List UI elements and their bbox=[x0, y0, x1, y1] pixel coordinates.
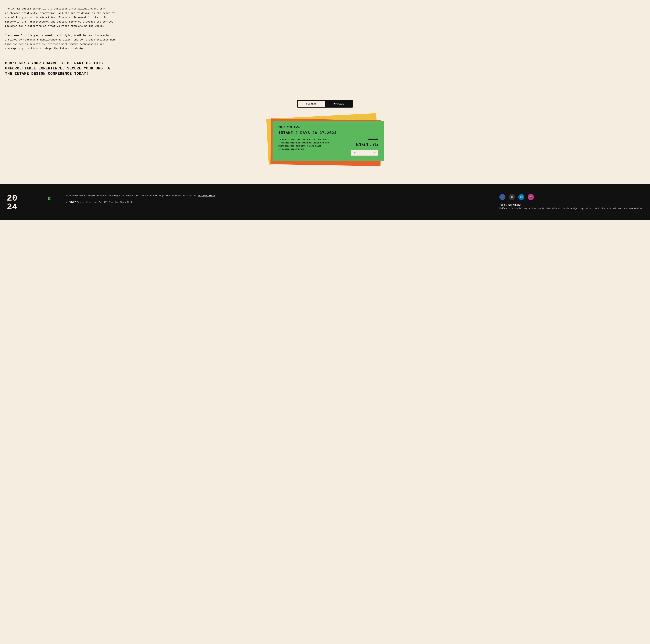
year-24: 24 bbox=[7, 203, 17, 211]
chevron-down-icon: ▽ bbox=[374, 152, 375, 154]
x-icon[interactable]: ✕ bbox=[509, 194, 515, 200]
card-price-sale: €164.75 bbox=[356, 142, 378, 148]
theme-paragraph: The theme for this year's summit is Brid… bbox=[5, 34, 117, 51]
ticket-section: REGULAR UPGRADE EARLY BIRD PASS INTAKE 2… bbox=[0, 100, 650, 184]
footer-right: f ✕ in 📷 Tag us #INTAKE2024. Follow us o… bbox=[499, 194, 643, 210]
brand-name: INTAKE Design bbox=[11, 7, 31, 10]
quantity-select[interactable]: 0 ▽ bbox=[351, 150, 378, 156]
footer-social-icons: f ✕ in 📷 bbox=[499, 194, 643, 200]
ticket-toggle-bar: REGULAR UPGRADE bbox=[297, 100, 353, 108]
footer-middle: Have questions or inquiries about the de… bbox=[66, 194, 489, 204]
card-body-row: INCLUDE 2-DAYS PASS TO ALL FESTIVAL AREA… bbox=[279, 138, 378, 156]
card-stack: EARLY BIRD PASS INTAKE 2 DAYS|26-27,2024… bbox=[267, 116, 383, 170]
card-label: EARLY BIRD PASS bbox=[279, 126, 378, 129]
footer-brand: INTAKE bbox=[68, 201, 76, 204]
intro-paragraph-1: The INTAKE Design Summit is a prestigiou… bbox=[5, 7, 117, 29]
toggle-regular-button[interactable]: REGULAR bbox=[297, 101, 325, 107]
intro-text-before-brand: The bbox=[5, 7, 11, 10]
card-price-original: €200.75 bbox=[368, 138, 378, 141]
footer-copyright: © INTAKE Design Conference For All Creat… bbox=[66, 201, 489, 204]
main-content: The INTAKE Design Summit is a prestigiou… bbox=[0, 0, 122, 100]
footer-year: 2024 bbox=[7, 194, 37, 211]
cta-heading: DON'T MISS YOUR CHANCE TO BE PART OF THI… bbox=[5, 61, 117, 76]
footer-social-text: Tag us #INTAKE2024. Follow us on social … bbox=[499, 203, 643, 210]
footer-contact-text: Have questions or inquiries about the de… bbox=[66, 194, 489, 197]
quantity-value: 0 bbox=[354, 151, 356, 154]
linkedin-icon[interactable]: in bbox=[518, 194, 525, 200]
social-tag: Tag us #INTAKE2024. bbox=[499, 204, 522, 206]
facebook-icon[interactable]: f bbox=[499, 194, 505, 200]
year-20: 20 bbox=[7, 194, 17, 203]
footer-follow-text: Follow us on social media; keep up to da… bbox=[499, 207, 643, 210]
card-title: INTAKE 2 DAYS|26-27,2024 bbox=[279, 131, 378, 135]
footer-logo-k: ᴋ bbox=[47, 194, 56, 202]
ticket-card: EARLY BIRD PASS INTAKE 2 DAYS|26-27,2024… bbox=[273, 121, 384, 161]
toggle-upgrade-button[interactable]: UPGRADE bbox=[325, 101, 353, 107]
intro-text-after-brand: Summit is a prestigious international ev… bbox=[5, 7, 115, 28]
instagram-icon[interactable]: 📷 bbox=[528, 194, 534, 200]
footer-email-link[interactable]: hello@intakeio bbox=[198, 195, 215, 197]
card-price-area: €200.75 €164.75 0 ▽ bbox=[351, 138, 378, 156]
card-description: INCLUDE 2-DAYS PASS TO ALL FESTIVAL AREA… bbox=[279, 138, 329, 151]
footer: 2024 ᴋ Have questions or inquiries about… bbox=[0, 184, 650, 220]
